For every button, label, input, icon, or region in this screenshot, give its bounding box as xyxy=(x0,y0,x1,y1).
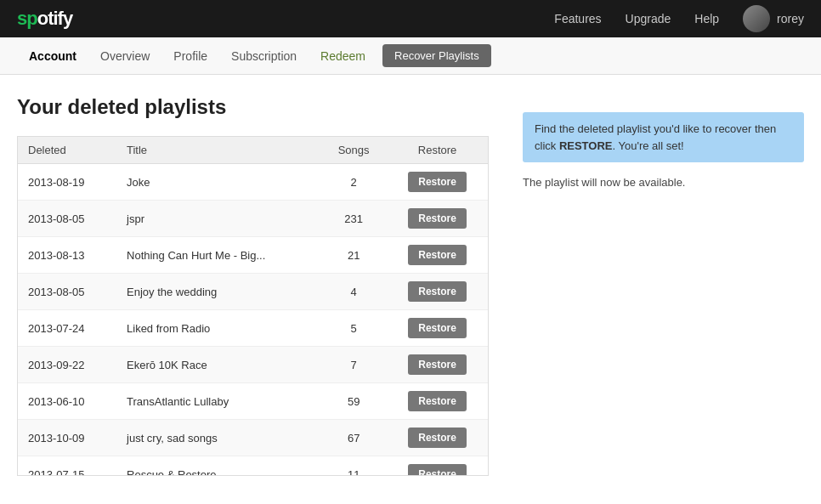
username-label: rorey xyxy=(777,12,804,25)
subnav-account[interactable]: Account xyxy=(17,37,88,75)
page-title: Your deleted playlists xyxy=(17,95,489,119)
cell-title: Enjoy the wedding xyxy=(116,274,320,310)
help-highlight-box: Find the deleted playlist you'd like to … xyxy=(523,112,804,162)
table-row: 2013-08-05Enjoy the wedding4Restore xyxy=(18,274,488,310)
col-header-restore: Restore xyxy=(387,137,488,164)
nav-upgrade-link[interactable]: Upgrade xyxy=(626,12,671,25)
restore-button[interactable]: Restore xyxy=(408,354,467,375)
restore-button[interactable]: Restore xyxy=(408,464,467,476)
cell-restore: Restore xyxy=(387,201,488,237)
cell-deleted: 2013-06-10 xyxy=(18,383,116,420)
subnav-subscription[interactable]: Subscription xyxy=(219,37,309,75)
cell-restore: Restore xyxy=(387,383,488,420)
cell-title: jspr xyxy=(116,201,320,237)
cell-deleted: 2013-08-19 xyxy=(18,164,116,201)
table-row: 2013-07-24Liked from Radio5Restore xyxy=(18,310,488,347)
cell-songs: 67 xyxy=(320,420,387,456)
cell-title: Liked from Radio xyxy=(116,310,320,347)
table-row: 2013-08-19Joke2Restore xyxy=(18,164,488,201)
cell-songs: 4 xyxy=(320,274,387,310)
help-highlight-text2: . You're all set! xyxy=(613,139,684,152)
cell-deleted: 2013-07-24 xyxy=(18,310,116,347)
restore-button[interactable]: Restore xyxy=(408,245,467,265)
cell-title: Rescue & Restore xyxy=(116,456,320,477)
cell-title: just cry, sad songs xyxy=(116,420,320,456)
table-header-row: Deleted Title Songs Restore xyxy=(18,137,488,164)
help-text: The playlist will now be available. xyxy=(523,174,804,192)
cell-deleted: 2013-10-09 xyxy=(18,420,116,456)
cell-title: Ekerō 10K Race xyxy=(116,347,320,383)
cell-songs: 21 xyxy=(320,237,387,274)
main-column: Your deleted playlists Deleted Title Son… xyxy=(17,95,489,476)
subnav-profile[interactable]: Profile xyxy=(161,37,219,75)
sidebar-column: Find the deleted playlist you'd like to … xyxy=(523,95,804,476)
cell-deleted: 2013-08-13 xyxy=(18,237,116,274)
top-nav-links: Features Upgrade Help xyxy=(554,12,719,25)
col-header-deleted: Deleted xyxy=(18,137,116,164)
cell-deleted: 2013-08-05 xyxy=(18,274,116,310)
page-content: Your deleted playlists Deleted Title Son… xyxy=(0,75,821,496)
table-row: 2013-08-05jspr231Restore xyxy=(18,201,488,237)
cell-restore: Restore xyxy=(387,456,488,477)
restore-button[interactable]: Restore xyxy=(408,391,467,411)
cell-songs: 2 xyxy=(320,164,387,201)
help-highlight-bold: RESTORE xyxy=(559,139,613,152)
cell-title: Joke xyxy=(116,164,320,201)
brand-logo: spotify xyxy=(17,8,72,30)
cell-title: TransAtlantic Lullaby xyxy=(116,383,320,420)
cell-songs: 5 xyxy=(320,310,387,347)
cell-deleted: 2013-07-15 xyxy=(18,456,116,477)
cell-deleted: 2013-09-22 xyxy=(18,347,116,383)
restore-button[interactable]: Restore xyxy=(408,172,467,192)
sub-nav: Account Overview Profile Subscription Re… xyxy=(0,37,821,75)
subnav-overview[interactable]: Overview xyxy=(88,37,161,75)
cell-songs: 59 xyxy=(320,383,387,420)
cell-restore: Restore xyxy=(387,420,488,456)
table-row: 2013-10-09just cry, sad songs67Restore xyxy=(18,420,488,456)
nav-help-link[interactable]: Help xyxy=(694,12,719,25)
subnav-redeem[interactable]: Redeem xyxy=(309,37,377,75)
top-nav: spotify Features Upgrade Help rorey xyxy=(0,0,821,37)
cell-restore: Restore xyxy=(387,274,488,310)
playlists-table-container[interactable]: Deleted Title Songs Restore 2013-08-19Jo… xyxy=(17,136,489,476)
cell-songs: 231 xyxy=(320,201,387,237)
avatar xyxy=(743,5,770,32)
table-row: 2013-06-10TransAtlantic Lullaby59Restore xyxy=(18,383,488,420)
restore-button[interactable]: Restore xyxy=(408,208,467,229)
cell-songs: 11 xyxy=(320,456,387,477)
restore-button[interactable]: Restore xyxy=(408,318,467,338)
user-menu[interactable]: rorey xyxy=(743,5,804,32)
cell-deleted: 2013-08-05 xyxy=(18,201,116,237)
table-row: 2013-08-13Nothing Can Hurt Me - Big...21… xyxy=(18,237,488,274)
brand-logo-prefix: sp xyxy=(17,8,37,29)
restore-button[interactable]: Restore xyxy=(408,281,467,302)
cell-title: Nothing Can Hurt Me - Big... xyxy=(116,237,320,274)
playlists-table: Deleted Title Songs Restore 2013-08-19Jo… xyxy=(18,137,488,476)
cell-restore: Restore xyxy=(387,347,488,383)
cell-restore: Restore xyxy=(387,310,488,347)
table-row: 2013-09-22Ekerō 10K Race7Restore xyxy=(18,347,488,383)
brand-logo-suffix: otify xyxy=(37,8,72,29)
cell-restore: Restore xyxy=(387,164,488,201)
cell-songs: 7 xyxy=(320,347,387,383)
nav-features-link[interactable]: Features xyxy=(554,12,601,25)
table-row: 2013-07-15Rescue & Restore11Restore xyxy=(18,456,488,477)
col-header-title: Title xyxy=(116,137,320,164)
cell-restore: Restore xyxy=(387,237,488,274)
subnav-recover-playlists[interactable]: Recover Playlists xyxy=(382,44,491,67)
restore-button[interactable]: Restore xyxy=(408,428,467,448)
col-header-songs: Songs xyxy=(320,137,387,164)
